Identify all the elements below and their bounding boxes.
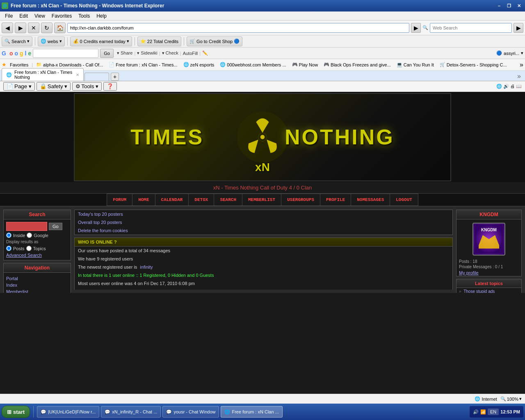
google-right: 🔵 assyri... ▾ — [496, 50, 523, 56]
more-tabs-button[interactable]: » — [515, 72, 523, 81]
webs-icon: 🌐 — [41, 39, 46, 44]
share-button[interactable]: ▾ Share — [117, 50, 132, 56]
tab-forum[interactable]: 🌐 Free forum : xN Clan - Times Nothing ✕ — [2, 68, 84, 81]
zoom-level: 100% — [507, 397, 518, 402]
search-toolbar-button[interactable]: 🔍 Search ▾ — [2, 37, 32, 46]
online-count: In total there is 1 user online :: 1 Reg… — [75, 271, 452, 279]
google-toolbar: G o o g l e Go ▾ Share | ▾ Sidewiki | ▾ … — [0, 48, 525, 59]
nav-calendar[interactable]: CALENDAR — [155, 194, 189, 206]
help-nav-button[interactable]: ❓ — [103, 82, 117, 91]
ie-icon: 🌐 — [2, 2, 8, 9]
clock: 12:53 PM — [500, 409, 520, 414]
menu-edit[interactable]: Edit — [16, 12, 31, 20]
fav-item-5[interactable]: 🎮 Black Ops Freezes and give... — [321, 61, 393, 68]
nav-forum[interactable]: FORUM — [107, 194, 132, 206]
nav-memberlist-link[interactable]: Memberlist — [6, 288, 68, 293]
fav-item-0[interactable]: 📁 alpha-x Downloads - Call Of... — [34, 61, 105, 68]
top-20-overall-link[interactable]: Overall top 20 posters — [75, 218, 452, 226]
credits-earned-button[interactable]: 💰 0 Credits earned today ▾ — [70, 37, 132, 46]
taskbar-item-0[interactable]: 💬 |UK|UnLiGeD|F/Now r... — [37, 406, 99, 418]
google-search-input[interactable] — [33, 49, 98, 58]
back-button[interactable]: ◀ — [2, 23, 13, 33]
tools-nav-button[interactable]: ⚙ Tools ▾ — [72, 82, 102, 91]
menu-view[interactable]: View — [31, 12, 48, 20]
browser-content: TIMES NOTHING xN xN - Times Nothing Call… — [0, 92, 525, 293]
nav-search[interactable]: SEARCH — [214, 194, 242, 206]
fav-item-4[interactable]: 🎮 Play Now — [290, 61, 320, 68]
toolbar-sep4 — [184, 37, 184, 46]
taskbar-item-1[interactable]: 💬 xN_infinity_R - Chat ... — [101, 406, 161, 418]
banner-inner: TIMES NOTHING xN — [74, 93, 451, 181]
nav-memberlist[interactable]: MEMBERLIST — [242, 194, 281, 206]
inside-radio-row: Inside Google — [6, 233, 68, 238]
nav-detox[interactable]: DETOX — [189, 194, 214, 206]
menu-file[interactable]: File — [2, 12, 16, 20]
total-credits-button[interactable]: ⭐ 22 Total Credits — [137, 37, 181, 46]
forward-button[interactable]: ▶ — [15, 23, 26, 33]
google-options: ▾ Share | ▾ Sidewiki | ▾ Check | AutoFil… — [117, 50, 208, 56]
fav-item-1[interactable]: 📄 Free forum : xN Clan - Times... — [106, 61, 180, 68]
menu-favorites[interactable]: Favorites — [48, 12, 75, 20]
new-tab-button[interactable]: + — [111, 73, 119, 81]
left-sidebar: Search Go Inside Google Display results … — [3, 210, 71, 290]
google-radio[interactable] — [27, 233, 32, 238]
nav-logout[interactable]: LOGOUT — [390, 194, 418, 206]
google-logo: G — [2, 50, 6, 57]
close-button[interactable]: ✕ — [514, 2, 523, 10]
search-sidebar-input[interactable] — [6, 222, 47, 231]
search-go-button[interactable]: Go — [49, 223, 62, 230]
safety-nav-button[interactable]: 🔒 Safety ▾ — [37, 82, 71, 91]
toolbar-sep2 — [67, 37, 68, 46]
topics-radio[interactable] — [26, 246, 32, 251]
refresh-button[interactable]: ↻ — [41, 23, 52, 33]
taskbar-item-2[interactable]: 💬 yousr - Chat Window — [162, 406, 219, 418]
web-search-input[interactable] — [430, 23, 512, 33]
my-profile-link[interactable]: My profile — [457, 269, 521, 276]
autofill-button[interactable]: AutoFill — [183, 51, 198, 56]
window-title: Free forum : xN Clan - Times Nothing - W… — [11, 3, 495, 9]
fav-item-3[interactable]: 🌐 000webhost.com Members ... — [217, 61, 288, 68]
nav-home[interactable]: HOME — [132, 194, 155, 206]
nav-portal-link[interactable]: Portal — [6, 275, 68, 282]
nav-index-link[interactable]: Index — [6, 282, 68, 288]
fav-item-7[interactable]: 🛒 Detox-Servers - Shopping C... — [437, 61, 509, 68]
language-button[interactable]: EN — [488, 409, 499, 415]
fav-item-6[interactable]: 💻 Can You Run It — [394, 61, 436, 68]
restore-button[interactable]: ❐ — [504, 2, 514, 10]
fav-item-2[interactable]: 🌐 zeN esports — [181, 61, 217, 68]
home-button[interactable]: 🏠 — [54, 23, 66, 33]
advanced-search-link[interactable]: Advanced Search — [6, 253, 42, 258]
nav-messages[interactable]: NOMESSAGES — [351, 194, 390, 206]
page-nav-button[interactable]: 📄 Page ▾ — [3, 82, 35, 91]
toolbar-extra-button[interactable]: ✏️ — [202, 50, 208, 56]
tab-close-button[interactable]: ✕ — [76, 73, 79, 77]
go-button[interactable]: ▶ — [411, 23, 421, 33]
google-search-button[interactable]: Go — [100, 49, 114, 58]
webs-button[interactable]: 🌐 webs ▾ — [38, 37, 65, 46]
posts-radio[interactable] — [6, 246, 11, 251]
menu-tools[interactable]: Tools — [75, 12, 93, 20]
favorites-more[interactable]: » — [520, 61, 523, 68]
start-button[interactable]: ⊞ start — [2, 406, 30, 418]
window-controls[interactable]: – ❐ ✕ — [495, 2, 523, 10]
sidewiki-button[interactable]: ▾ Sidewiki — [137, 50, 157, 56]
taskbar-item-3[interactable]: 🌐 Free forum : xN Clan ... — [221, 406, 282, 418]
web-search-button[interactable]: ▶ — [514, 23, 523, 33]
delete-cookies-link[interactable]: Delete the forum cookies — [75, 226, 452, 235]
nav-profile[interactable]: PROFILE — [320, 194, 351, 206]
menu-help[interactable]: Help — [93, 12, 110, 20]
posts-stat: Posts : 18 — [457, 259, 521, 264]
top-20-today-link[interactable]: Today's top 20 posters — [75, 210, 452, 218]
tab-placeholder[interactable] — [84, 73, 109, 81]
minimize-button[interactable]: – — [495, 2, 504, 10]
favorites-label[interactable]: Favorites — [7, 62, 31, 68]
inside-radio[interactable] — [6, 233, 11, 238]
right-sidebar: KNGDM — [456, 210, 522, 290]
search-section: Search Go Inside Google Display results … — [3, 210, 71, 260]
address-input[interactable] — [67, 23, 409, 33]
stop-button[interactable]: ✕ — [28, 23, 39, 33]
check-button[interactable]: ▾ Check — [162, 50, 178, 56]
nav-usergroups[interactable]: USERGROUPS — [281, 194, 320, 206]
go-credit-shop-button[interactable]: 🛒 Go to Credit Shop 🔵 — [187, 37, 242, 46]
latest-topic-0[interactable]: » Those stupid ads Yesterday at 4:48 pm … — [457, 288, 521, 293]
